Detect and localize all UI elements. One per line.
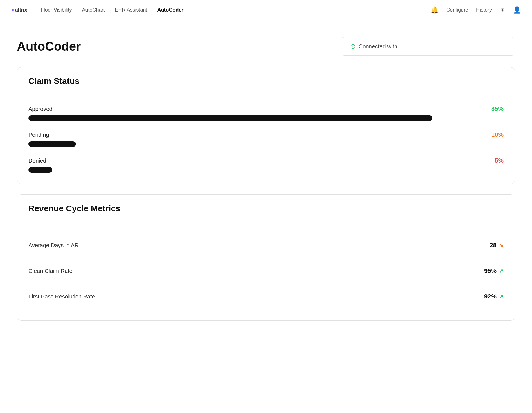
metric-arrow-ccr: ↗ xyxy=(499,268,504,274)
revenue-metrics-card: Revenue Cycle Metrics Average Days in AR… xyxy=(17,194,515,321)
bell-icon[interactable]: 🔔 xyxy=(431,6,438,14)
nav-autochart[interactable]: AutoChart xyxy=(82,7,105,13)
nav-history[interactable]: History xyxy=(476,7,492,13)
navbar: ■ altrix Floor Visibility AutoChart EHR … xyxy=(0,0,532,20)
claim-bar-approved xyxy=(28,115,432,121)
metric-label-ccr: Clean Claim Rate xyxy=(28,268,73,274)
nav-configure[interactable]: Configure xyxy=(446,7,468,13)
revenue-metrics-title: Revenue Cycle Metrics xyxy=(28,204,504,213)
nav-floor-visibility[interactable]: Floor Visibility xyxy=(41,7,72,13)
claim-status-card: Claim Status Approved 85% Pending 10% xyxy=(17,67,515,184)
page-title: AutoCoder xyxy=(17,39,81,53)
claim-label-pending: Pending xyxy=(28,132,49,138)
nav-links: Floor Visibility AutoChart EHR Assistant… xyxy=(41,7,431,13)
metric-value-ar: 28 ↘ xyxy=(490,242,504,249)
metric-number-ar: 28 xyxy=(490,242,497,249)
claim-pct-denied: 5% xyxy=(495,157,504,164)
claim-label-denied: Denied xyxy=(28,158,46,164)
sun-icon[interactable]: ☀ xyxy=(500,6,505,14)
claim-row-denied: Denied 5% xyxy=(28,157,504,173)
metric-label-fprr: First Pass Resolution Rate xyxy=(28,293,95,300)
logo-text: altrix xyxy=(15,7,27,13)
revenue-metrics-header: Revenue Cycle Metrics xyxy=(17,195,515,221)
metric-row-ar: Average Days in AR 28 ↘ xyxy=(28,233,504,258)
claim-status-header: Claim Status xyxy=(17,67,515,94)
claim-label-approved: Approved xyxy=(28,106,53,112)
metric-number-ccr: 95% xyxy=(484,267,497,275)
user-icon[interactable]: 👤 xyxy=(513,6,521,14)
claim-status-body: Approved 85% Pending 10% Denied 5% xyxy=(17,94,515,184)
claim-label-row-approved: Approved 85% xyxy=(28,105,504,113)
metric-label-ar: Average Days in AR xyxy=(28,242,79,249)
connection-status-box: ⊙ Connected with: xyxy=(341,37,515,56)
logo-icon: ■ xyxy=(11,8,14,13)
metric-value-fprr: 92% ↗ xyxy=(484,293,504,300)
metric-row-fprr: First Pass Resolution Rate 92% ↗ xyxy=(28,284,504,309)
connection-icon: ⊙ xyxy=(350,42,356,50)
nav-ehr-assistant[interactable]: EHR Assistant xyxy=(115,7,147,13)
claim-bar-pending xyxy=(28,141,76,147)
claim-label-row-denied: Denied 5% xyxy=(28,157,504,164)
revenue-metrics-body: Average Days in AR 28 ↘ Clean Claim Rate… xyxy=(17,221,515,320)
claim-row-pending: Pending 10% xyxy=(28,131,504,147)
main-content: AutoCoder ⊙ Connected with: Claim Status… xyxy=(0,20,532,348)
metric-value-ccr: 95% ↗ xyxy=(484,267,504,275)
claim-label-row-pending: Pending 10% xyxy=(28,131,504,138)
claim-status-title: Claim Status xyxy=(28,76,504,86)
metric-number-fprr: 92% xyxy=(484,293,497,300)
metric-arrow-fprr: ↗ xyxy=(499,293,504,300)
metric-row-ccr: Clean Claim Rate 95% ↗ xyxy=(28,258,504,284)
nav-right: 🔔 Configure History ☀ 👤 xyxy=(431,6,521,14)
app-logo[interactable]: ■ altrix xyxy=(11,7,27,13)
page-header: AutoCoder ⊙ Connected with: xyxy=(17,37,515,56)
nav-autocoder[interactable]: AutoCoder xyxy=(157,7,184,13)
metric-arrow-ar: ↘ xyxy=(499,242,504,249)
claim-row-approved: Approved 85% xyxy=(28,105,504,121)
connection-label: Connected with: xyxy=(359,43,399,50)
claim-bar-denied xyxy=(28,167,52,173)
claim-pct-pending: 10% xyxy=(491,131,504,138)
claim-pct-approved: 85% xyxy=(491,105,504,113)
